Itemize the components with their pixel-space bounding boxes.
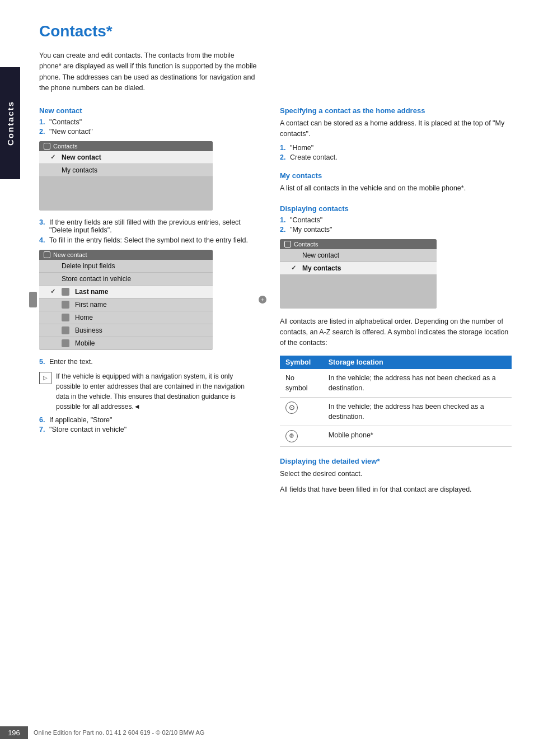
screen-1-map-area (39, 177, 213, 211)
step-5-text: Enter the text. (49, 358, 93, 366)
displaying-steps: 1. "Contacts" 2. "My contacts" (280, 216, 512, 234)
displaying-contacts-section: Displaying contacts 1. "Contacts" 2. "My… (280, 204, 512, 495)
last-name-icon (62, 288, 69, 296)
home-icon (62, 314, 69, 321)
table-row-2: ⊙ In the vehicle; the address has been c… (280, 398, 512, 426)
home-address-steps: 1. "Home" 2. Create contact. (280, 144, 512, 161)
screen-3-map-area (280, 275, 437, 309)
left-column: New contact 1. "Contacts" 2. "New contac… (39, 106, 257, 439)
screen-3-title: Contacts (294, 241, 318, 248)
storage-text-3: Mobile phone* (323, 426, 512, 447)
nav-note-text: If the vehicle is equipped with a naviga… (56, 371, 257, 412)
screen-1-titlebar: Contacts (39, 141, 213, 151)
new-contact-section: New contact 1. "Contacts" 2. "New contac… (39, 106, 257, 433)
step-6-text: If applicable, "Store" (49, 416, 112, 424)
first-name-icon (62, 301, 69, 309)
step-2: 2. "New contact" (39, 128, 257, 136)
contacts-icon-3 (284, 241, 291, 248)
label-last-name: Last name (75, 288, 108, 296)
mobile-icon (62, 339, 69, 347)
symbol-circle-arrow: ⊙ (280, 398, 323, 426)
menu-delete-fields[interactable]: Delete input fields (39, 260, 213, 273)
my-contacts-section: My contacts A list of all contacts in th… (280, 171, 512, 194)
nav-note: If the vehicle is equipped with a naviga… (39, 371, 257, 412)
disp-step-2: 2. "My contacts" (280, 226, 512, 234)
my-contacts-heading: My contacts (280, 171, 512, 180)
page-footer: 196 Online Edition for Part no. 01 41 2 … (0, 726, 534, 739)
screen-3-body: New contact ✓ My contacts (280, 249, 437, 309)
detailed-view-text1: Select the desired contact. (280, 469, 512, 479)
label-business: Business (75, 326, 102, 334)
symbol-circle-r: ® (280, 426, 323, 447)
steps-6-7: 6. If applicable, "Store" 7. "Store cont… (39, 416, 257, 433)
ui-screen-2: New contact Delete input fields Store co… (39, 250, 213, 350)
step-5: 5. Enter the text. (39, 358, 257, 366)
label-delete-fields: Delete input fields (62, 262, 115, 270)
displaying-after-text: All contacts are listed in alphabetical … (280, 316, 512, 349)
detailed-view-heading: Displaying the detailed view* (280, 457, 512, 465)
page-title: Contacts* (39, 22, 512, 40)
step-5-list: 5. Enter the text. (39, 358, 257, 366)
screen-1-body: ✓ New contact My contacts (39, 151, 213, 211)
symbol-no-symbol: No symbol (280, 369, 323, 398)
screen-2-body: Delete input fields Store contact in veh… (39, 260, 213, 350)
screen-2-title: New contact (53, 251, 87, 258)
new-contact-heading: New contact (39, 106, 257, 115)
sidebar-label: Contacts (0, 67, 20, 179)
menu3-my-contacts[interactable]: ✓ My contacts (280, 262, 437, 275)
right-column: Specifying a contact as the home address… (280, 106, 512, 500)
menu-label-new-contact: New contact (62, 153, 101, 161)
new-contact-icon (44, 251, 50, 258)
menu-label-my-contacts: My contacts (62, 166, 97, 174)
detailed-view-section: Displaying the detailed view* Select the… (280, 457, 512, 495)
label3-new-contact: New contact (302, 251, 339, 259)
screen-1-title: Contacts (53, 143, 77, 150)
menu-first-name[interactable]: First name (39, 298, 213, 311)
displaying-contacts-heading: Displaying contacts (280, 204, 512, 213)
contacts-icon (44, 143, 50, 150)
page-number: 196 (0, 726, 28, 739)
menu-last-name[interactable]: ✓ Last name (39, 286, 213, 298)
home-address-heading: Specifying a contact as the home address (280, 106, 512, 115)
step-3-text: If the entry fields are still filled wit… (49, 218, 257, 234)
symbol-table: Symbol Storage location No symbol In the… (280, 356, 512, 447)
screen-2-titlebar: New contact (39, 250, 213, 260)
home-step-1: 1. "Home" (280, 144, 512, 152)
home-address-text: A contact can be stored as a home addres… (280, 118, 512, 140)
step-3: 3. If the entry fields are still filled … (39, 218, 257, 234)
table-row-1: No symbol In the vehicle; the address ha… (280, 369, 512, 398)
menu-home[interactable]: Home (39, 311, 213, 324)
menu3-new-contact[interactable]: New contact (280, 249, 437, 262)
menu-mobile[interactable]: Mobile (39, 337, 213, 350)
screen-3-titlebar: Contacts (280, 239, 437, 249)
step-1: 1. "Contacts" (39, 118, 257, 126)
menu-item-new-contact[interactable]: ✓ New contact (39, 151, 213, 164)
screen-1-wrapper: Contacts ✓ New contact My contacts (39, 141, 257, 211)
label3-my-contacts: My contacts (302, 264, 341, 272)
circle-r-icon: ® (285, 430, 298, 442)
step-7-text: "Store contact in vehicle" (49, 426, 127, 433)
storage-text-2: In the vehicle; the address has been che… (323, 398, 512, 426)
footer-text: Online Edition for Part no. 01 41 2 604 … (28, 726, 210, 739)
step-4-text: To fill in the entry fields: Select the … (49, 236, 248, 244)
screen-2-wrapper: New contact Delete input fields Store co… (39, 250, 257, 350)
business-icon (62, 326, 69, 334)
label-store-contact: Store contact in vehicle (62, 275, 131, 283)
home-address-section: Specifying a contact as the home address… (280, 106, 512, 162)
circle-arrow-icon: ⊙ (285, 402, 298, 414)
table-row-3: ® Mobile phone* (280, 426, 512, 447)
step-6: 6. If applicable, "Store" (39, 416, 257, 424)
step-4: 4. To fill in the entry fields: Select t… (39, 236, 257, 244)
my-contacts-text: A list of all contacts in the vehicle an… (280, 183, 512, 194)
label-mobile: Mobile (75, 339, 95, 347)
menu-item-my-contacts[interactable]: My contacts (39, 164, 213, 177)
menu-store-contact[interactable]: Store contact in vehicle (39, 273, 213, 286)
new-contact-steps-1-2: 1. "Contacts" 2. "New contact" (39, 118, 257, 136)
menu-business[interactable]: Business (39, 324, 213, 337)
steps-3-4: 3. If the entry fields are still filled … (39, 218, 257, 244)
ui-screen-3: Contacts New contact ✓ My contacts (280, 239, 437, 309)
step-7: 7. "Store contact in vehicle" (39, 426, 257, 433)
nav-note-icon (39, 372, 51, 384)
plus-button[interactable]: + (259, 296, 266, 304)
screen-3-wrapper: Contacts New contact ✓ My contacts (280, 239, 512, 309)
